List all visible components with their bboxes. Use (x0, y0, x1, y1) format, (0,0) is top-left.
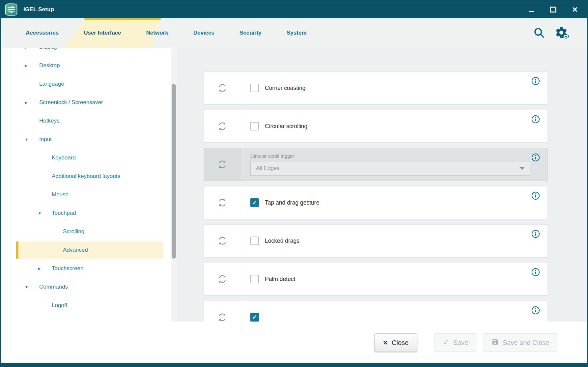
circular-scrolling-checkbox[interactable] (250, 122, 259, 130)
eye-icon (563, 34, 569, 39)
sidebar-item-hotkeys[interactable]: Hotkeys (1, 112, 177, 130)
sidebar-item-scrolling[interactable]: Scrolling (1, 222, 177, 241)
setting-label: Circular scrolling (265, 123, 307, 130)
sidebar-item-input[interactable]: ▼ Input (1, 130, 177, 149)
setting-row-locked-drags: Locked drags (204, 224, 548, 257)
chevron-right-icon[interactable]: ▶ (38, 267, 41, 270)
reset-to-default-button[interactable] (204, 225, 241, 257)
reset-to-default-button[interactable] (204, 148, 241, 181)
sidebar-item-advanced[interactable]: Advanced (1, 241, 177, 259)
chevron-right-icon[interactable]: ▶ (25, 101, 27, 104)
info-icon[interactable] (531, 115, 540, 124)
chevron-right-icon[interactable]: ▶ (25, 64, 27, 68)
save-button-label: Save (453, 339, 468, 347)
info-icon[interactable] (531, 153, 540, 162)
setting-label: Tap and drag gesture (265, 199, 319, 206)
sidebar-tree: ▶ Display ▶ Desktop Language ▶ Screenloc… (1, 48, 177, 322)
sidebar-scrollbar-thumb[interactable] (172, 84, 176, 259)
sidebar-item-screenlock-screensaver[interactable]: ▶ Screenlock / Screensaver (1, 93, 177, 112)
close-button-label: Close (392, 339, 408, 347)
sidebar-item-mouse[interactable]: Mouse (1, 185, 177, 204)
chevron-down-icon[interactable]: ▼ (38, 212, 42, 215)
close-button[interactable]: × Close (374, 333, 417, 352)
sidebar-item-logoff[interactable]: Logoff (1, 296, 177, 315)
setting-label: Palm detect (265, 276, 295, 283)
selected-value: All Edges (256, 165, 280, 172)
maximize-icon (550, 7, 556, 13)
chevron-down-icon[interactable]: ▼ (25, 285, 28, 289)
setting-label: Circular scroll trigger: (250, 154, 295, 159)
sidebar-item-keyboard[interactable]: Keyboard (1, 149, 177, 167)
reset-to-default-button[interactable] (204, 110, 241, 142)
maximize-button[interactable] (549, 5, 557, 14)
save-and-close-button[interactable]: Save and Close (483, 333, 558, 352)
setting-label: Corner coasting (265, 85, 306, 92)
sidebar-scrollbar[interactable] (171, 48, 177, 322)
settings-panel: Corner coasting Circular scrolling (177, 48, 587, 322)
window-title: IGEL Setup (23, 6, 54, 13)
tab-accessories[interactable]: Accessories (26, 30, 59, 36)
search-icon[interactable] (533, 27, 545, 39)
sidebar-item-touchpad[interactable]: ▼ Touchpad (1, 204, 177, 222)
setting-label: Locked drags (265, 238, 299, 244)
window-bottom-border (1, 363, 587, 366)
chevron-down-icon (519, 167, 525, 170)
tab-devices[interactable]: Devices (193, 30, 214, 36)
info-icon[interactable] (531, 268, 540, 277)
igel-setup-window: IGEL Setup × Accessories User Interface … (0, 0, 588, 367)
palm-detect-checkbox[interactable] (250, 275, 259, 283)
setting-row-corner-coasting: Corner coasting (204, 71, 548, 104)
setting-row-circular-scrolling: Circular scrolling (204, 110, 548, 143)
setting-row-partially-visible: ✓ (204, 301, 548, 322)
corner-coasting-checkbox[interactable] (250, 84, 259, 92)
sidebar-item-touchscreen[interactable]: ▶ Touchscreen (1, 259, 177, 278)
setting-row-circular-scroll-trigger: Circular scroll trigger: All Edges (204, 148, 548, 181)
reset-to-default-button[interactable] (204, 72, 241, 104)
sidebar-item-language[interactable]: Language (1, 75, 177, 93)
setting-row-palm-detect: Palm detect (204, 263, 548, 296)
tab-strip: Accessories User Interface Network Devic… (26, 18, 307, 48)
sidebar-item-desktop[interactable]: ▶ Desktop (1, 56, 177, 75)
close-window-button[interactable]: × (571, 5, 578, 14)
partial-row-checkbox[interactable]: ✓ (250, 313, 259, 322)
check-icon: ✓ (443, 339, 449, 346)
tab-user-interface[interactable]: User Interface (84, 30, 121, 36)
chevron-right-icon[interactable]: ▶ (25, 48, 27, 49)
info-icon[interactable] (531, 306, 540, 315)
reset-to-default-button[interactable] (204, 186, 241, 219)
tab-security[interactable]: Security (239, 30, 262, 36)
sidebar-item-commands[interactable]: ▼ Commands (1, 278, 177, 296)
tap-and-drag-gesture-checkbox[interactable]: ✓ (250, 198, 259, 207)
minimize-icon (529, 11, 534, 12)
check-icon: ✓ (252, 314, 257, 320)
settings-gear-eye-icon[interactable] (555, 26, 568, 39)
sidebar-item-display[interactable]: ▶ Display (1, 48, 177, 56)
close-x-icon: × (383, 339, 388, 347)
floppy-disk-icon (491, 338, 499, 347)
chevron-down-icon[interactable]: ▼ (25, 138, 28, 141)
footer-bar: × Close ✓ Save Save and Close (1, 322, 587, 363)
reset-to-default-button[interactable] (204, 301, 241, 322)
reset-to-default-button[interactable] (204, 263, 241, 295)
setting-row-tap-and-drag-gesture: ✓ Tap and drag gesture (204, 186, 548, 219)
tab-bar: Accessories User Interface Network Devic… (1, 18, 587, 48)
info-icon[interactable] (531, 76, 540, 86)
save-and-close-button-label: Save and Close (503, 339, 549, 347)
check-icon: ✓ (252, 200, 257, 206)
igel-logo-icon (5, 3, 17, 16)
save-button[interactable]: ✓ Save (434, 333, 477, 352)
locked-drags-checkbox[interactable] (250, 237, 259, 245)
circular-scroll-trigger-select[interactable]: All Edges (250, 161, 530, 176)
tab-system[interactable]: System (287, 30, 306, 36)
tab-network[interactable]: Network (146, 30, 168, 36)
sidebar-item-additional-keyboard-layouts[interactable]: Additional keyboard layouts (1, 167, 177, 185)
title-bar: IGEL Setup × (1, 1, 587, 18)
info-icon[interactable] (531, 191, 540, 200)
minimize-button[interactable] (528, 5, 535, 14)
window-controls: × (528, 1, 578, 18)
info-icon[interactable] (531, 229, 540, 239)
